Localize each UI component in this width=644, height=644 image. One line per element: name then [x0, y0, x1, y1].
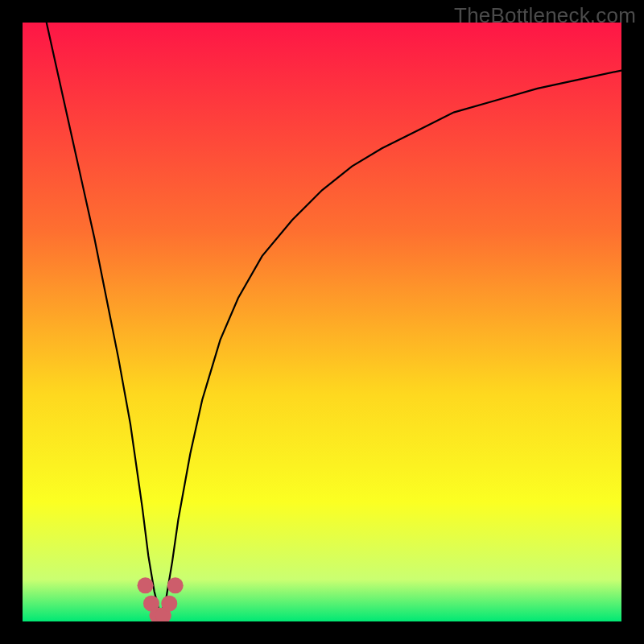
- marker-point: [161, 596, 177, 612]
- watermark-text: TheBottleneck.com: [454, 3, 636, 28]
- marker-point: [138, 577, 154, 593]
- plot-area: [23, 23, 621, 621]
- chart-frame: TheBottleneck.com: [0, 0, 644, 644]
- gradient-background: [23, 23, 621, 621]
- marker-point: [167, 577, 184, 593]
- chart-svg: [23, 23, 621, 621]
